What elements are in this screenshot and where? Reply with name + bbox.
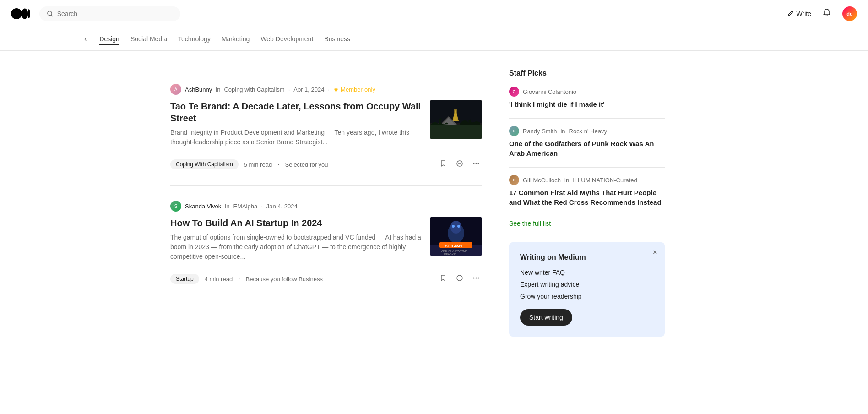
staff-picks-title: Staff Picks — [509, 69, 665, 77]
search-input[interactable] — [57, 10, 173, 17]
pick-publication[interactable]: ILLUMINATION-Curated — [573, 177, 637, 184]
save-button[interactable] — [438, 158, 449, 171]
pick-title[interactable]: 'I think I might die if I made it' — [509, 99, 665, 109]
nav-item-social-media[interactable]: Social Media — [130, 33, 167, 44]
svg-point-1 — [22, 8, 28, 19]
publication-name[interactable]: Coping with Capitalism — [224, 86, 284, 93]
svg-point-12 — [478, 163, 479, 164]
svg-text:READY??: READY?? — [444, 253, 457, 256]
save-button[interactable] — [438, 272, 449, 285]
minus-circle-icon — [456, 274, 463, 282]
pick-in-separator: in — [560, 128, 565, 135]
writing-link-faq[interactable]: New writer FAQ — [520, 269, 654, 276]
footer-actions — [438, 158, 482, 171]
sidebar-divider — [509, 118, 665, 119]
write-button[interactable]: Write — [787, 10, 811, 17]
svg-point-25 — [476, 278, 477, 279]
writing-link-readership[interactable]: Grow your readership — [520, 293, 654, 300]
search-icon — [47, 10, 54, 17]
svg-point-24 — [473, 278, 475, 279]
pick-author-row: G Gill McCulloch in ILLUMINATION-Curated — [509, 175, 665, 185]
nav-item-technology[interactable]: Technology — [178, 33, 211, 44]
star-icon — [333, 87, 339, 92]
dot-separator: · — [288, 86, 290, 93]
minus-circle-icon — [456, 160, 463, 167]
nav-item-web-development[interactable]: Web Development — [260, 33, 313, 44]
dislike-button[interactable] — [454, 272, 465, 285]
writing-on-medium-box: × Writing on Medium New writer FAQ Exper… — [509, 242, 665, 337]
sidebar-divider — [509, 167, 665, 168]
pick-author-name[interactable]: Randy Smith — [523, 128, 557, 135]
see-full-list-link[interactable]: See the full list — [509, 220, 551, 227]
category-nav: ‹ Design Social Media Technology Marketi… — [0, 27, 868, 51]
footer-actions — [438, 272, 482, 285]
publication-separator: in — [216, 86, 220, 93]
nav-item-marketing[interactable]: Marketing — [222, 33, 250, 44]
selected-text: Selected for you — [285, 161, 328, 168]
writing-box-title: Writing on Medium — [520, 253, 654, 261]
svg-text:—ARE YOU STARTUP: —ARE YOU STARTUP — [439, 250, 467, 252]
staff-pick-item: R Randy Smith in Rock n' Heavy One of th… — [509, 126, 665, 158]
svg-rect-8 — [430, 125, 482, 139]
article-title[interactable]: Tao Te Brand: A Decade Later, Lessons fr… — [170, 100, 423, 124]
logo[interactable] — [11, 8, 30, 20]
ellipsis-icon — [472, 160, 480, 167]
article-subtitle: Brand Integrity in Product Development a… — [170, 128, 423, 147]
header: Write dg — [0, 0, 868, 27]
svg-text:AI in 2024: AI in 2024 — [445, 244, 462, 248]
author-name[interactable]: Skanda Vivek — [185, 203, 221, 210]
main-layout: A AshBunny in Coping with Capitalism · A… — [159, 51, 709, 337]
more-options-button[interactable] — [471, 272, 482, 285]
article-title[interactable]: How To Build An AI Startup In 2024 — [170, 217, 423, 229]
bookmark-icon — [439, 274, 447, 282]
author-avatar: S — [170, 201, 181, 212]
svg-point-11 — [476, 163, 477, 164]
article-footer: Startup 4 min read · Because you follow … — [170, 272, 482, 285]
pick-publication[interactable]: Rock n' Heavy — [569, 128, 607, 135]
nav-item-design[interactable]: Design — [99, 33, 119, 45]
writing-box-close-button[interactable]: × — [652, 248, 657, 257]
read-time: 4 min read — [205, 276, 233, 283]
writing-link-advice[interactable]: Expert writing advice — [520, 281, 654, 288]
dot-separator-2: · — [328, 86, 330, 93]
pick-title[interactable]: 17 Common First Aid Myths That Hurt Peop… — [509, 188, 665, 207]
svg-point-10 — [473, 163, 475, 164]
svg-point-16 — [450, 221, 461, 234]
article-thumbnail — [430, 100, 482, 139]
dislike-button[interactable] — [454, 158, 465, 171]
article-text: Tao Te Brand: A Decade Later, Lessons fr… — [170, 100, 423, 153]
pick-title[interactable]: One of the Godfathers of Punk Rock Was A… — [509, 139, 665, 158]
publication-name[interactable]: EMAlpha — [233, 203, 257, 210]
nav-back-button[interactable]: ‹ — [82, 33, 88, 45]
start-writing-button[interactable]: Start writing — [520, 309, 572, 326]
pick-author-row: R Randy Smith in Rock n' Heavy — [509, 126, 665, 136]
article-date: Jan 4, 2024 — [266, 203, 298, 210]
pick-author-name[interactable]: Giovanni Colantonio — [523, 88, 576, 95]
user-avatar[interactable]: dg — [842, 6, 857, 21]
bookmark-icon — [439, 160, 447, 167]
search-bar[interactable] — [39, 6, 180, 21]
article-footer: Coping With Capitalism 5 min read · Sele… — [170, 158, 482, 171]
member-badge: Member-only — [333, 86, 375, 93]
edit-icon — [787, 10, 794, 17]
author-avatar: A — [170, 84, 181, 95]
article-date: Apr 1, 2024 — [293, 86, 324, 93]
notifications-button[interactable] — [822, 8, 831, 19]
publication-separator: in — [225, 203, 229, 210]
bell-icon — [822, 8, 831, 17]
article-tag[interactable]: Startup — [170, 274, 199, 284]
more-options-button[interactable] — [471, 158, 482, 171]
separator: · — [238, 275, 240, 283]
pick-author-name[interactable]: Gill McCulloch — [523, 177, 561, 184]
svg-point-26 — [478, 278, 479, 279]
pick-avatar: G — [509, 87, 519, 97]
author-name[interactable]: AshBunny — [185, 86, 212, 93]
article-text: How To Build An AI Startup In 2024 The g… — [170, 217, 423, 267]
pick-author-row: G Giovanni Colantonio — [509, 87, 665, 97]
svg-marker-4 — [334, 87, 338, 92]
article-content: How To Build An AI Startup In 2024 The g… — [170, 217, 482, 267]
article-tag[interactable]: Coping With Capitalism — [170, 159, 239, 169]
article-content: Tao Te Brand: A Decade Later, Lessons fr… — [170, 100, 482, 153]
nav-item-business[interactable]: Business — [324, 33, 350, 44]
read-time: 5 min read — [244, 161, 272, 168]
